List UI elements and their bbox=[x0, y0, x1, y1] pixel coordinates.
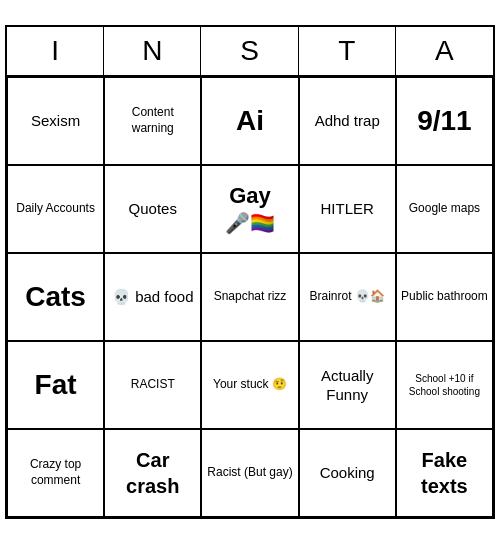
cell-text: Cats bbox=[25, 279, 86, 315]
cell-text: Quotes bbox=[129, 199, 177, 219]
bingo-cell: Adhd trap bbox=[299, 77, 396, 165]
bingo-cell: Cooking bbox=[299, 429, 396, 517]
bingo-cell: Racist (But gay) bbox=[201, 429, 298, 517]
cell-text: Content warning bbox=[109, 105, 196, 136]
header-letter: N bbox=[104, 27, 201, 75]
bingo-cell: Fake texts bbox=[396, 429, 493, 517]
cell-text: Fake texts bbox=[401, 447, 488, 499]
cell-text: HITLER bbox=[321, 199, 374, 219]
cell-text: 💀 bad food bbox=[112, 287, 194, 307]
cell-text: Snapchat rizz bbox=[214, 289, 287, 305]
bingo-cell: School +10 if School shooting bbox=[396, 341, 493, 429]
bingo-cell: 💀 bad food bbox=[104, 253, 201, 341]
bingo-cell: Gay🎤🏳️‍🌈 bbox=[201, 165, 298, 253]
bingo-cell: Content warning bbox=[104, 77, 201, 165]
header-letter: I bbox=[7, 27, 104, 75]
bingo-cell: Cats bbox=[7, 253, 104, 341]
bingo-card: INSTA SexismContent warningAiAdhd trap9/… bbox=[5, 25, 495, 519]
cell-text: Adhd trap bbox=[315, 111, 380, 131]
bingo-cell: Public bathroom bbox=[396, 253, 493, 341]
cell-text: Cooking bbox=[320, 463, 375, 483]
cell-text: Sexism bbox=[31, 111, 80, 131]
bingo-cell: HITLER bbox=[299, 165, 396, 253]
bingo-cell: Daily Accounts bbox=[7, 165, 104, 253]
bingo-cell: Ai bbox=[201, 77, 298, 165]
cell-emoji: 🎤🏳️‍🌈 bbox=[225, 210, 275, 236]
cell-text: Crazy top comment bbox=[12, 457, 99, 488]
cell-text: Car crash bbox=[109, 447, 196, 499]
cell-text: Public bathroom bbox=[401, 289, 488, 305]
header-letter: T bbox=[299, 27, 396, 75]
cell-text: Google maps bbox=[409, 201, 480, 217]
cell-text: RACIST bbox=[131, 377, 175, 393]
bingo-cell: Your stuck 🤨 bbox=[201, 341, 298, 429]
bingo-cell: RACIST bbox=[104, 341, 201, 429]
bingo-cell: Quotes bbox=[104, 165, 201, 253]
cell-text: Gay bbox=[229, 182, 271, 211]
bingo-cell: 9/11 bbox=[396, 77, 493, 165]
bingo-cell: Car crash bbox=[104, 429, 201, 517]
header-letter: A bbox=[396, 27, 493, 75]
cell-text: Brainrot 💀🏠 bbox=[310, 289, 385, 305]
bingo-grid: SexismContent warningAiAdhd trap9/11Dail… bbox=[7, 77, 493, 517]
cell-text: Racist (But gay) bbox=[207, 465, 292, 481]
cell-text: 9/11 bbox=[417, 103, 472, 139]
bingo-cell: Fat bbox=[7, 341, 104, 429]
bingo-cell: Snapchat rizz bbox=[201, 253, 298, 341]
bingo-cell: Actually Funny bbox=[299, 341, 396, 429]
cell-text: School +10 if School shooting bbox=[401, 372, 488, 398]
cell-text: Daily Accounts bbox=[16, 201, 95, 217]
cell-text: Actually Funny bbox=[304, 366, 391, 405]
bingo-header: INSTA bbox=[7, 27, 493, 77]
header-letter: S bbox=[201, 27, 298, 75]
bingo-cell: Brainrot 💀🏠 bbox=[299, 253, 396, 341]
bingo-cell: Google maps bbox=[396, 165, 493, 253]
cell-text: Your stuck 🤨 bbox=[213, 377, 287, 393]
bingo-cell: Crazy top comment bbox=[7, 429, 104, 517]
cell-text: Ai bbox=[236, 103, 264, 139]
bingo-cell: Sexism bbox=[7, 77, 104, 165]
cell-text: Fat bbox=[35, 367, 77, 403]
